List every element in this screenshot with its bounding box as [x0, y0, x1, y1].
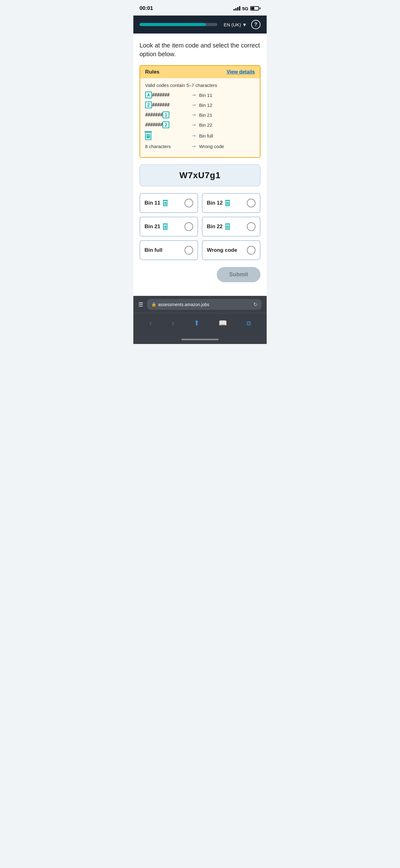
browser-bar: ☰ 🔒 assessments.amazon.jobs ↻	[133, 296, 267, 313]
main-content: Look at the item code and select the cor…	[133, 34, 267, 296]
status-time: 00:01	[139, 5, 153, 11]
bin-icon-bin11	[163, 200, 168, 206]
rule-row-binfull: → Bin full	[145, 131, 255, 140]
bin-full-line-1	[146, 134, 150, 135]
progress-section	[139, 23, 218, 26]
option-bin12-label: Bin 12	[207, 200, 230, 206]
binfull-label: Bin full	[199, 133, 224, 138]
rule-code-bin11: A#######	[145, 92, 189, 98]
bottom-nav: ‹ › ⬆ 📖 ⧉	[133, 313, 267, 336]
status-bar: 00:01 5G	[133, 0, 267, 16]
progress-bar-fill	[139, 23, 206, 26]
battery-tip	[260, 7, 261, 9]
bin11-label: Bin 11	[199, 93, 224, 98]
bin-full-icon	[145, 131, 153, 140]
home-indicator	[133, 336, 267, 344]
signal-bar-2	[235, 8, 237, 10]
arrow-bin21: →	[191, 112, 197, 118]
bin-icon-bin22	[225, 223, 230, 230]
submit-section: Submit	[139, 267, 261, 288]
rule-row-bin22: #######2 → Bin 22	[145, 121, 255, 128]
arrow-bin11: →	[191, 92, 197, 98]
bin-icon-bin21	[163, 223, 168, 230]
network-type: 5G	[242, 6, 248, 11]
url-bar[interactable]: 🔒 assessments.amazon.jobs ↻	[147, 299, 262, 310]
option-binfull[interactable]: Bin full	[139, 240, 198, 260]
bin12-label: Bin 12	[199, 102, 224, 108]
option-binfull-label: Bin full	[144, 247, 163, 253]
instruction-text: Look at the item code and select the cor…	[139, 41, 261, 58]
home-bar	[181, 339, 219, 340]
signal-bars	[233, 6, 240, 10]
rule-code-bin22: #######2	[145, 121, 189, 128]
chevron-down-icon: ▼	[242, 22, 247, 27]
share-button[interactable]: ⬆	[190, 317, 204, 329]
code-letter-2: 2	[163, 121, 169, 128]
status-right: 5G	[233, 6, 261, 11]
help-icon[interactable]: ?	[251, 20, 261, 29]
progress-bar-container	[139, 23, 218, 26]
arrow-bin12: →	[191, 102, 197, 108]
bin22-label: Bin 22	[199, 122, 224, 128]
signal-bar-3	[237, 7, 238, 10]
arrow-bin22: →	[191, 122, 197, 128]
rules-body: Valid codes contain 5–7 characters A####…	[140, 78, 260, 157]
rule-row-wrongcode: 8 characters → Wrong code	[145, 143, 255, 150]
rule-code-bin12: Z#######	[145, 101, 189, 108]
arrow-binfull: →	[191, 132, 197, 139]
language-label: EN (UK)	[224, 22, 241, 27]
code-letter-a: A	[145, 92, 152, 98]
refresh-icon[interactable]: ↻	[253, 302, 257, 307]
bin-icon-bin12	[225, 200, 230, 206]
radio-bin12[interactable]	[247, 199, 256, 207]
top-nav: EN (UK) ▼ ?	[133, 16, 267, 34]
radio-bin11[interactable]	[185, 199, 193, 207]
tabs-button[interactable]: ⧉	[242, 318, 255, 329]
signal-bar-4	[239, 6, 240, 10]
rule-row-bin11: A####### → Bin 11	[145, 92, 255, 98]
submit-button[interactable]: Submit	[217, 267, 261, 282]
wrongcode-label: Wrong code	[199, 144, 224, 149]
forward-button[interactable]: ›	[167, 316, 178, 330]
option-bin12[interactable]: Bin 12	[202, 193, 261, 213]
rules-header: Rules View details	[140, 66, 260, 78]
option-bin11-label: Bin 11	[144, 200, 168, 206]
rule-code-binfull	[145, 131, 189, 140]
radio-wrongcode[interactable]	[247, 246, 256, 254]
code-letter-1: 1	[163, 112, 169, 118]
option-wrongcode-label: Wrong code	[207, 247, 237, 253]
radio-bin21[interactable]	[185, 222, 193, 231]
rule-code-bin21: #######1	[145, 112, 189, 118]
battery	[250, 6, 261, 10]
radio-binfull[interactable]	[185, 246, 193, 254]
browser-menu-button[interactable]: ☰	[138, 301, 143, 308]
battery-body	[250, 6, 259, 10]
option-bin22[interactable]: Bin 22	[202, 217, 261, 237]
back-button[interactable]: ‹	[145, 316, 156, 330]
view-details-link[interactable]: View details	[227, 69, 255, 75]
arrow-wrongcode: →	[191, 143, 197, 150]
answer-grid: Bin 11 Bin 12	[139, 193, 261, 260]
item-code-display: W7xU7g1	[139, 164, 261, 186]
bin-full-top	[144, 131, 152, 132]
url-text: assessments.amazon.jobs	[158, 302, 252, 307]
option-bin22-label: Bin 22	[207, 223, 230, 230]
rule-row-bin21: #######1 → Bin 21	[145, 112, 255, 118]
rule-code-wrongcode: 8 characters	[145, 144, 189, 149]
option-bin21[interactable]: Bin 21	[139, 217, 198, 237]
bin-full-line-3	[146, 137, 150, 138]
option-bin11[interactable]: Bin 11	[139, 193, 198, 213]
bin-full-line-2	[146, 136, 150, 137]
valid-codes-text: Valid codes contain 5–7 characters	[145, 83, 255, 88]
option-wrongcode[interactable]: Wrong code	[202, 240, 261, 260]
battery-fill	[251, 7, 254, 10]
code-letter-z: Z	[145, 101, 152, 108]
radio-bin22[interactable]	[247, 222, 256, 231]
rules-title: Rules	[145, 69, 159, 75]
bookmarks-button[interactable]: 📖	[214, 317, 231, 329]
bin21-label: Bin 21	[199, 113, 224, 118]
signal-bar-1	[233, 9, 235, 10]
language-selector[interactable]: EN (UK) ▼	[224, 22, 247, 27]
option-bin21-label: Bin 21	[144, 223, 168, 230]
bin-full-body	[145, 133, 151, 140]
